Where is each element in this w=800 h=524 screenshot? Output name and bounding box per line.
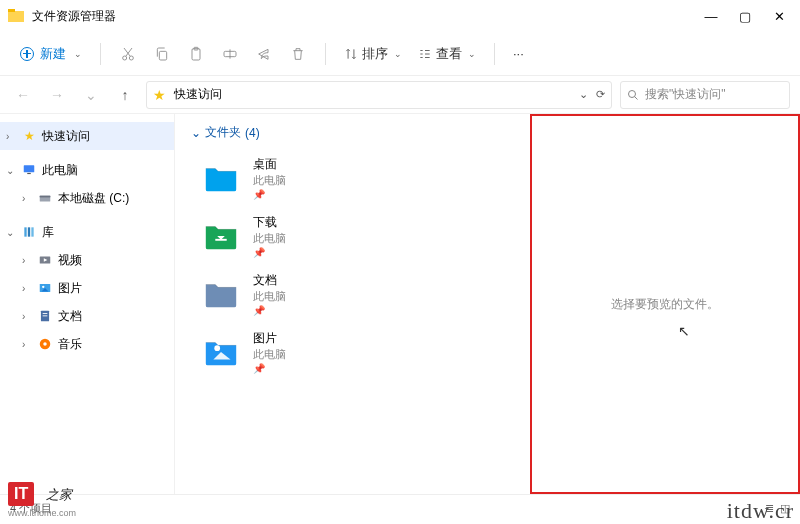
- window-title: 文件资源管理器: [32, 8, 704, 25]
- svg-rect-9: [24, 165, 35, 172]
- item-name: 图片: [253, 330, 286, 347]
- tree-item[interactable]: ›音乐: [0, 330, 174, 358]
- search-box[interactable]: 搜索"快速访问": [620, 81, 790, 109]
- maximize-button[interactable]: ▢: [738, 9, 752, 24]
- recent-dropdown[interactable]: ⌄: [78, 82, 104, 108]
- view-label: 查看: [436, 45, 462, 63]
- folder-icon: [201, 274, 241, 314]
- content-pane: ⌄ 文件夹 (4) 桌面此电脑📌下载此电脑📌文档此电脑📌图片此电脑📌: [175, 114, 530, 494]
- body: ›★快速访问⌄此电脑›本地磁盘 (C:)⌄库›视频›图片›文档›音乐 ⌄ 文件夹…: [0, 114, 800, 494]
- tree-label: 文档: [58, 308, 82, 325]
- sort-button[interactable]: 排序 ⌄: [336, 41, 410, 67]
- expand-arrow-icon: ⌄: [6, 227, 20, 238]
- copy-button[interactable]: [145, 39, 179, 69]
- svg-point-3: [129, 56, 133, 60]
- folder-icon: [201, 332, 241, 372]
- star-icon: ★: [153, 87, 166, 103]
- tree-item[interactable]: ›★快速访问: [0, 122, 174, 150]
- item-list: 桌面此电脑📌下载此电脑📌文档此电脑📌图片此电脑📌: [191, 149, 514, 381]
- item-location: 此电脑: [253, 173, 286, 188]
- sort-icon: [344, 47, 358, 61]
- address-dropdown[interactable]: ⌄: [579, 88, 588, 101]
- pin-icon: 📌: [253, 247, 286, 258]
- watermark-logo-sub: 之家: [46, 486, 72, 504]
- search-placeholder: 搜索"快速访问": [645, 86, 726, 103]
- close-button[interactable]: ✕: [772, 9, 786, 24]
- item-location: 此电脑: [253, 231, 286, 246]
- group-header[interactable]: ⌄ 文件夹 (4): [191, 124, 514, 141]
- chevron-down-icon: ⌄: [74, 49, 82, 59]
- tree-label: 此电脑: [42, 162, 78, 179]
- view-button[interactable]: 查看 ⌄: [410, 41, 484, 67]
- cut-button[interactable]: [111, 39, 145, 69]
- tree-label: 快速访问: [42, 128, 90, 145]
- folder-item[interactable]: 下载此电脑📌: [191, 207, 514, 265]
- tree-item[interactable]: ›视频: [0, 246, 174, 274]
- watermark-url-big: itdw.cr: [727, 498, 794, 524]
- tree-label: 本地磁盘 (C:): [58, 190, 129, 207]
- nav-tree: ›★快速访问⌄此电脑›本地磁盘 (C:)⌄库›视频›图片›文档›音乐: [0, 114, 175, 494]
- separator: [494, 43, 495, 65]
- svg-rect-10: [27, 173, 31, 174]
- chevron-down-icon: ⌄: [468, 49, 476, 59]
- svg-rect-14: [28, 227, 30, 236]
- item-name: 文档: [253, 272, 286, 289]
- refresh-button[interactable]: ⟳: [596, 88, 605, 101]
- tree-pic-icon: [36, 281, 54, 295]
- paste-button[interactable]: [179, 39, 213, 69]
- separator: [100, 43, 101, 65]
- tree-video-icon: [36, 253, 54, 267]
- up-button[interactable]: ↑: [112, 82, 138, 108]
- group-label: 文件夹: [205, 124, 241, 141]
- svg-point-2: [123, 56, 127, 60]
- more-button[interactable]: ···: [505, 42, 532, 65]
- folder-item[interactable]: 文档此电脑📌: [191, 265, 514, 323]
- tree-item[interactable]: ›文档: [0, 302, 174, 330]
- svg-rect-15: [31, 227, 33, 236]
- folder-item[interactable]: 桌面此电脑📌: [191, 149, 514, 207]
- expand-arrow-icon: ›: [22, 339, 36, 350]
- tree-pc-icon: [20, 163, 38, 177]
- svg-rect-13: [24, 227, 26, 236]
- chevron-down-icon: ⌄: [394, 49, 402, 59]
- expand-arrow-icon: ›: [22, 283, 36, 294]
- folder-item[interactable]: 图片此电脑📌: [191, 323, 514, 381]
- svg-rect-4: [159, 51, 166, 60]
- tree-item[interactable]: ›图片: [0, 274, 174, 302]
- svg-rect-23: [43, 315, 48, 316]
- new-button[interactable]: 新建 ⌄: [12, 41, 90, 67]
- tree-item[interactable]: ›本地磁盘 (C:): [0, 184, 174, 212]
- main-area: ⌄ 文件夹 (4) 桌面此电脑📌下载此电脑📌文档此电脑📌图片此电脑📌 选择要预览…: [175, 114, 800, 494]
- watermark-logo: IT: [8, 482, 34, 506]
- minimize-button[interactable]: —: [704, 9, 718, 24]
- address-text: 快速访问: [174, 86, 222, 103]
- tree-music-icon: [36, 337, 54, 351]
- delete-button[interactable]: [281, 39, 315, 69]
- tree-item[interactable]: ⌄库: [0, 218, 174, 246]
- svg-rect-0: [8, 11, 24, 22]
- back-button[interactable]: ←: [10, 82, 36, 108]
- sort-label: 排序: [362, 45, 388, 63]
- tree-item[interactable]: ⌄此电脑: [0, 156, 174, 184]
- item-name: 下载: [253, 214, 286, 231]
- forward-button[interactable]: →: [44, 82, 70, 108]
- title-bar: 文件资源管理器 — ▢ ✕: [0, 0, 800, 32]
- tree-label: 库: [42, 224, 54, 241]
- tree-doc-icon: [36, 309, 54, 323]
- view-icon: [418, 47, 432, 61]
- item-location: 此电脑: [253, 289, 286, 304]
- pin-icon: 📌: [253, 305, 286, 316]
- cursor-icon: ↖: [678, 323, 690, 339]
- address-bar[interactable]: ★ 快速访问 ⌄ ⟳: [146, 81, 612, 109]
- command-toolbar: 新建 ⌄ 排序 ⌄ 查看 ⌄ ···: [0, 32, 800, 76]
- tree-disk-icon: [36, 191, 54, 205]
- folder-icon: [201, 158, 241, 198]
- rename-button[interactable]: [213, 39, 247, 69]
- expand-arrow-icon: ⌄: [6, 165, 20, 176]
- share-button[interactable]: [247, 39, 281, 69]
- tree-star-icon: ★: [20, 129, 38, 143]
- search-icon: [627, 89, 639, 101]
- chevron-down-icon: ⌄: [191, 126, 201, 140]
- app-icon: [8, 8, 24, 24]
- status-bar: 4 个项目 ≣ ◫: [0, 494, 800, 522]
